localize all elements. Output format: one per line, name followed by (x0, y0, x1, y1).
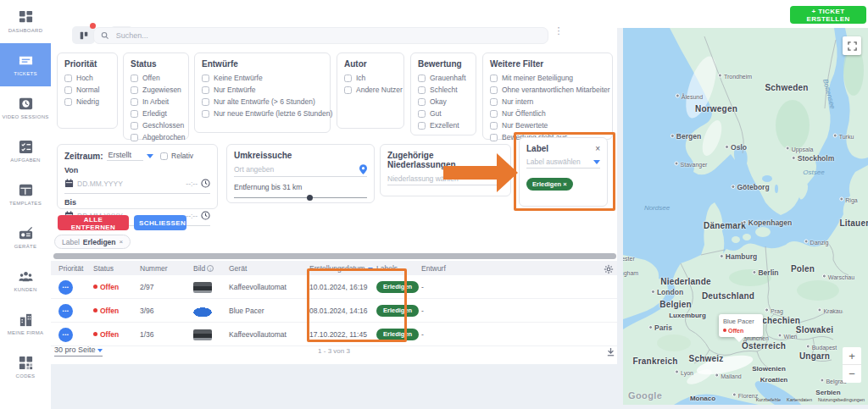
zeitraum-type-select[interactable]: Erstellt (107, 151, 144, 161)
attribution-shortcuts[interactable]: Kurzbefehle (756, 397, 781, 402)
attribution-terms[interactable]: Nutzungsbedingungen (818, 397, 865, 402)
filter-checkbox-option[interactable]: Nur neue Entwürfe (letzte 6 Stunden) (202, 109, 323, 118)
ort-input[interactable]: Ort angeben (234, 165, 359, 174)
checkbox-icon[interactable] (490, 75, 498, 82)
attribution-data[interactable]: Kartendaten (787, 397, 812, 402)
sidebar-item-geraete[interactable]: GERÄTE (0, 216, 51, 259)
filter-checkbox-option[interactable]: Grauenhaft (418, 74, 469, 82)
active-filter-chip[interactable]: Label Erledigen × (54, 235, 131, 249)
column-erstellungsdatum[interactable]: Erstellungsdatum (309, 264, 373, 273)
checkbox-icon[interactable] (418, 86, 426, 94)
checkbox-icon[interactable] (490, 86, 498, 94)
checkbox-icon[interactable] (202, 86, 209, 94)
horizontal-scrollbar[interactable] (53, 253, 616, 259)
checkbox-icon[interactable] (131, 110, 138, 118)
checkbox-icon[interactable] (131, 134, 138, 141)
checkbox-icon[interactable] (131, 122, 138, 130)
sidebar-item-templates[interactable]: TEMPLATES (0, 173, 51, 216)
zoom-in-button[interactable]: + (843, 347, 861, 365)
filter-checkbox-option[interactable]: Zugewiesen (131, 86, 181, 94)
table-row[interactable]: ••• Offen 2/97 Kaffeevollautomat 10.01.2… (51, 276, 617, 299)
calendar-icon[interactable] (64, 176, 74, 191)
filter-checkbox-option[interactable]: Ohne verantwortlichen Mitarbeiter (490, 86, 605, 94)
label-chip[interactable]: Erledigen (376, 281, 419, 293)
create-ticket-button[interactable]: + TICKET ERSTELLEN (790, 6, 866, 24)
device-thumbnail[interactable] (193, 329, 212, 340)
info-icon[interactable]: i (207, 265, 214, 272)
filter-checkbox-option[interactable]: Hoch (64, 74, 110, 82)
checkbox-icon[interactable] (64, 98, 72, 106)
filter-checkbox-option[interactable]: In Arbeit (131, 97, 181, 106)
checkbox-icon[interactable] (131, 98, 138, 106)
checkbox-icon[interactable] (202, 110, 209, 118)
remove-all-filters-button[interactable]: ALLE ENTFERNEN (58, 215, 129, 230)
location-pin-icon[interactable] (359, 164, 367, 174)
filter-checkbox-option[interactable]: Schlecht (418, 86, 469, 94)
sidebar-item-tickets[interactable]: TICKETS (0, 43, 51, 86)
filter-checkbox-option[interactable]: Niedrig (64, 97, 110, 106)
filter-checkbox-option[interactable]: Keine Entwürfe (202, 74, 323, 82)
date-from-input[interactable]: DD.MM.YYYY (77, 180, 182, 188)
sidebar-item-dashboard[interactable]: DASHBOARD (0, 0, 51, 43)
label-select[interactable]: Label auswählen (526, 158, 593, 166)
filter-checkbox-option[interactable]: Nur Öffentlich (490, 109, 605, 118)
filter-checkbox-option[interactable]: Mit meiner Beteiligung (490, 74, 605, 82)
remove-chip-icon[interactable]: × (120, 238, 124, 246)
checkbox-icon[interactable] (64, 75, 72, 82)
clock-icon[interactable] (201, 208, 210, 224)
checkbox-icon[interactable] (490, 122, 498, 130)
sidebar-item-meine-firma[interactable]: MEINE FIRMA (0, 302, 51, 345)
close-icon[interactable]: × (595, 144, 600, 153)
checkbox-icon[interactable] (202, 75, 209, 82)
checkbox-icon[interactable] (490, 134, 498, 141)
map-fullscreen-button[interactable] (843, 36, 861, 55)
filter-checkbox-option[interactable]: Gut (418, 109, 469, 118)
remove-label-icon[interactable]: × (563, 180, 566, 188)
zoom-out-button[interactable]: − (843, 365, 861, 383)
checkbox-icon[interactable] (418, 98, 426, 106)
device-thumbnail[interactable] (193, 282, 212, 293)
time-from-input[interactable]: --:-- (186, 180, 198, 188)
map-marker-popup[interactable]: Blue Pacer Offen (719, 314, 763, 337)
slider-thumb[interactable] (307, 195, 313, 201)
filter-checkbox-option[interactable]: Geschlossen (131, 121, 181, 130)
checkbox-icon[interactable] (202, 98, 209, 106)
label-chip[interactable]: Erledigen (376, 305, 419, 317)
filter-checkbox-option[interactable]: Nur intern (490, 97, 605, 106)
sidebar-item-codes[interactable]: CODES (0, 345, 51, 389)
filter-checkbox-option[interactable]: Ich (344, 74, 397, 82)
checkbox-icon[interactable] (344, 86, 352, 94)
board-view-button[interactable] (72, 26, 95, 44)
kebab-menu-button[interactable]: ⋮ (554, 28, 564, 33)
label-chip[interactable]: Erledigen (376, 329, 419, 340)
download-icon[interactable] (606, 345, 615, 360)
search-input[interactable] (114, 30, 541, 41)
filter-checkbox-option[interactable]: Offen (131, 74, 181, 82)
table-row[interactable]: ••• Offen 1/36 Kaffeevollautomat 17.10.2… (51, 323, 617, 346)
time-to-input[interactable]: --:-- (186, 212, 198, 220)
checkbox-icon[interactable] (131, 86, 138, 94)
checkbox-icon[interactable] (131, 75, 138, 82)
checkbox-icon[interactable] (418, 122, 426, 130)
checkbox-icon[interactable] (418, 110, 426, 118)
sidebar-item-kunden[interactable]: KUNDEN (0, 259, 51, 302)
checkbox-icon[interactable] (490, 110, 498, 118)
selected-label-chip[interactable]: Erledigen × (526, 178, 573, 191)
filter-checkbox-option[interactable]: Nur Entwürfe (202, 86, 323, 94)
sidebar-item-video-sessions[interactable]: VIDEO SESSIONS (0, 86, 51, 130)
sidebar-item-aufgaben[interactable]: AUFGABEN (0, 130, 51, 173)
checkbox-icon[interactable] (344, 75, 352, 82)
filter-checkbox-option[interactable]: Nur Bewertete (490, 121, 605, 130)
filter-checkbox-option[interactable]: Exzellent (418, 121, 469, 130)
filter-checkbox-option[interactable]: Erledigt (131, 109, 181, 118)
filter-checkbox-option[interactable]: Nur alte Entwürfe (> 6 Stunden) (202, 97, 323, 106)
table-row[interactable]: ••• Offen 3/96 Blue Pacer 08.01.2024, 14… (51, 300, 617, 323)
clock-icon[interactable] (201, 176, 210, 191)
filter-checkbox-option[interactable]: Okay (418, 97, 469, 106)
checkbox-icon[interactable] (418, 75, 426, 82)
filter-checkbox-option[interactable]: Abgebrochen (131, 133, 181, 141)
relativ-checkbox[interactable] (160, 152, 168, 160)
close-filters-button[interactable]: SCHLIESSEN (134, 215, 186, 230)
filter-checkbox-option[interactable]: Normal (64, 86, 110, 94)
distance-slider[interactable] (234, 195, 367, 202)
